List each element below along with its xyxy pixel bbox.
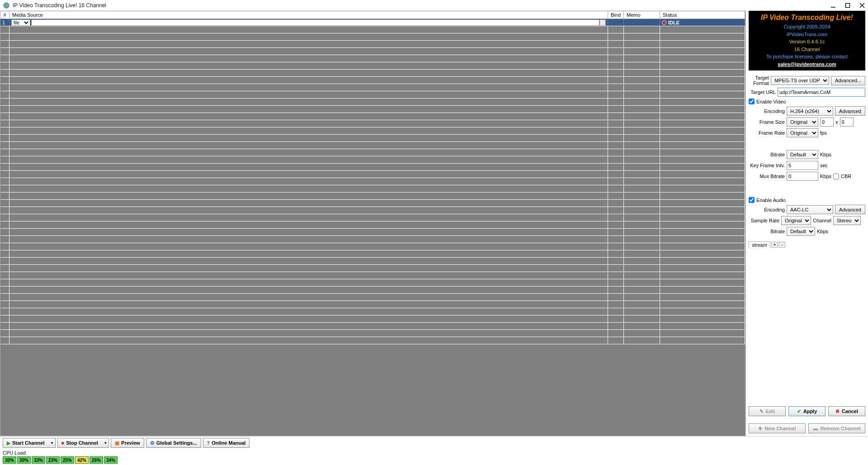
x-icon: ✖ <box>835 409 840 414</box>
video-encoding-select[interactable]: H.264 (x264) <box>787 107 833 116</box>
video-advanced-button[interactable]: Advanced <box>835 106 865 116</box>
channel-select[interactable]: Stereo <box>833 216 861 225</box>
frame-size-select[interactable]: Original <box>787 117 818 127</box>
stream-remove-button[interactable]: - <box>779 242 785 248</box>
table-row[interactable] <box>0 62 745 70</box>
table-row[interactable] <box>0 106 745 113</box>
enable-audio-checkbox[interactable] <box>749 197 755 203</box>
table-row[interactable]: 1 file ⋯ IDLE <box>0 19 745 26</box>
online-manual-button[interactable]: ?Online Manual <box>203 438 250 448</box>
stream-tab[interactable]: stream <box>749 241 770 248</box>
audio-encoding-select[interactable]: AAC-LC <box>787 205 833 214</box>
target-advanced-button[interactable]: Advanced... <box>831 76 865 85</box>
start-channel-button[interactable]: ▶Start Channel▼ <box>3 438 56 448</box>
cbr-checkbox[interactable] <box>833 174 839 179</box>
cpu-core-meter: 42% <box>75 456 89 464</box>
browse-button[interactable]: ⋯ <box>599 19 606 26</box>
table-row[interactable] <box>0 99 745 106</box>
table-row[interactable] <box>0 221 745 229</box>
header-memo[interactable]: Memo <box>624 11 660 19</box>
bitrate-select[interactable]: Default <box>787 150 818 159</box>
table-row[interactable] <box>0 294 745 301</box>
table-row[interactable] <box>0 48 745 55</box>
table-row[interactable] <box>0 330 745 337</box>
frame-rate-select[interactable]: Original <box>787 128 818 137</box>
table-row[interactable] <box>0 193 745 200</box>
minimize-button[interactable] <box>830 2 836 9</box>
table-row[interactable] <box>0 308 745 315</box>
table-row[interactable] <box>0 185 745 193</box>
global-settings-button[interactable]: ⚙Global Settings... <box>146 438 201 448</box>
target-url-input[interactable] <box>778 88 865 97</box>
stop-dropdown-icon[interactable]: ▼ <box>103 438 109 448</box>
maximize-button[interactable] <box>844 2 851 9</box>
table-row[interactable] <box>0 164 745 171</box>
table-row[interactable] <box>0 120 745 127</box>
frame-height-input[interactable] <box>840 117 854 127</box>
media-type-select[interactable]: file <box>11 19 30 26</box>
table-row[interactable] <box>0 171 745 178</box>
enable-audio-label: Enable Audio <box>756 197 786 203</box>
table-row[interactable] <box>0 113 745 120</box>
stream-add-button[interactable]: + <box>771 242 778 248</box>
table-row[interactable] <box>0 84 745 91</box>
table-row[interactable] <box>0 323 745 330</box>
table-body[interactable]: 1 file ⋯ IDLE <box>0 19 745 436</box>
table-row[interactable] <box>0 258 745 265</box>
table-row[interactable] <box>0 337 745 344</box>
table-row[interactable] <box>0 243 745 250</box>
keyframe-input[interactable] <box>787 161 818 170</box>
audio-advanced-button[interactable]: Advanced <box>835 205 865 214</box>
table-row[interactable] <box>0 149 745 156</box>
mux-bitrate-input[interactable] <box>787 172 818 181</box>
table-row[interactable] <box>0 41 745 48</box>
table-row[interactable] <box>0 127 745 135</box>
table-row[interactable] <box>0 265 745 272</box>
table-row[interactable] <box>0 178 745 185</box>
start-dropdown-icon[interactable]: ▼ <box>49 438 56 448</box>
table-row[interactable] <box>0 279 745 287</box>
header-source[interactable]: Media Source <box>9 11 608 19</box>
table-row[interactable] <box>0 77 745 84</box>
table-row[interactable] <box>0 55 745 62</box>
audio-bitrate-select[interactable]: Default <box>787 227 815 236</box>
table-row[interactable] <box>0 214 745 221</box>
sample-rate-select[interactable]: Original <box>781 216 811 225</box>
cpu-core-meter: 30% <box>3 456 16 464</box>
brand-email-link[interactable]: sales@ipvideotrans.com <box>778 61 836 67</box>
stop-channel-button[interactable]: ■Stop Channel▼ <box>57 438 109 448</box>
cancel-button[interactable]: ✖Cancel <box>828 406 865 416</box>
table-row[interactable] <box>0 287 745 294</box>
table-row[interactable] <box>0 135 745 142</box>
table-row[interactable] <box>0 207 745 214</box>
preview-button[interactable]: ▣Preview <box>111 438 144 448</box>
header-num[interactable]: # <box>0 11 9 19</box>
table-row[interactable] <box>0 200 745 207</box>
table-row[interactable] <box>0 26 745 33</box>
brand-version: Version 6.4.6.1c <box>750 38 863 46</box>
close-button[interactable] <box>859 2 865 9</box>
cbr-label: CBR <box>841 174 851 179</box>
cell-bind[interactable] <box>608 19 624 26</box>
table-row[interactable] <box>0 91 745 99</box>
table-row[interactable] <box>0 142 745 149</box>
frame-width-input[interactable] <box>820 117 834 127</box>
apply-button[interactable]: ✔Apply <box>788 406 826 416</box>
enable-video-checkbox[interactable] <box>749 99 755 104</box>
table-row[interactable] <box>0 70 745 77</box>
table-row[interactable] <box>0 156 745 164</box>
header-status[interactable]: Status <box>660 11 745 19</box>
table-row[interactable] <box>0 250 745 258</box>
table-row[interactable] <box>0 236 745 243</box>
table-row[interactable] <box>0 301 745 308</box>
table-row[interactable] <box>0 315 745 323</box>
media-path-input[interactable] <box>31 19 599 26</box>
table-row[interactable] <box>0 33 745 41</box>
table-row[interactable] <box>0 229 745 236</box>
header-bind[interactable]: Bind <box>608 11 624 19</box>
table-row[interactable] <box>0 272 745 279</box>
cell-memo[interactable] <box>624 19 660 26</box>
cpu-core-meter: 23% <box>46 456 60 464</box>
app-icon <box>3 2 10 9</box>
target-format-select[interactable]: MPEG-TS over UDP <box>771 76 829 85</box>
